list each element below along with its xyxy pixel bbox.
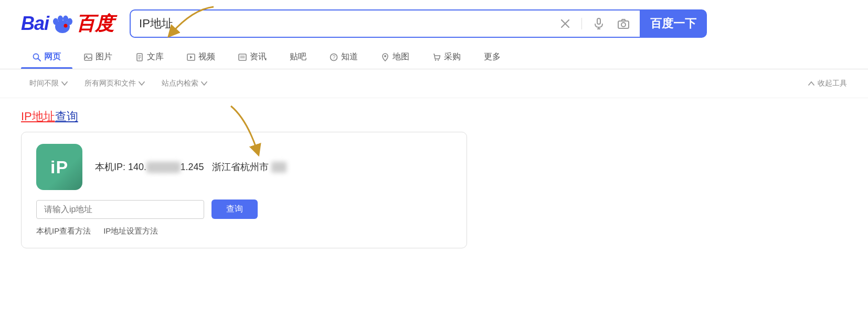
shop-tab-icon <box>432 53 441 61</box>
filter-time-label: 时间不限 <box>29 79 59 88</box>
svg-point-28 <box>384 55 386 57</box>
ip-partial: 1.245 <box>181 162 204 172</box>
camera-icon <box>618 18 629 29</box>
tab-zhidao-label: 知道 <box>341 51 358 62</box>
ip-logo: iP <box>36 144 82 190</box>
tab-more[interactable]: 更多 <box>472 45 512 69</box>
tab-doc[interactable]: 文库 <box>124 45 175 69</box>
doc-tab-icon <box>135 53 144 61</box>
tab-more-label: 更多 <box>484 51 501 62</box>
main-content: IP地址查询 iP 本机IP: 140.▓▓▓▓1.245 浙江省杭州市 tE … <box>0 98 682 259</box>
svg-point-2 <box>58 16 63 23</box>
news-tab-icon <box>238 53 247 61</box>
ip-card-header: iP 本机IP: 140.▓▓▓▓1.245 浙江省杭州市 tE <box>36 144 452 190</box>
svg-point-5 <box>64 24 68 28</box>
svg-rect-23 <box>239 54 246 60</box>
ip-blurred-middle: ▓▓▓▓ <box>146 162 181 173</box>
chevron-down-icon <box>61 81 68 86</box>
logo-bai-text: Bai <box>21 13 49 35</box>
video-tab-icon <box>187 53 195 61</box>
filter-site-label: 站点内检索 <box>162 79 198 88</box>
filter-type[interactable]: 所有网页和文件 <box>76 76 153 91</box>
svg-point-29 <box>435 59 436 60</box>
ip-info: 本机IP: 140.▓▓▓▓1.245 浙江省杭州市 tE <box>95 161 287 173</box>
tab-news[interactable]: 资讯 <box>227 45 278 69</box>
logo-paw-icon <box>49 10 76 37</box>
ip-view-method-link[interactable]: 本机IP查看方法 <box>36 226 91 236</box>
svg-point-4 <box>67 18 72 25</box>
svg-marker-22 <box>190 56 193 59</box>
tab-map[interactable]: 地图 <box>369 45 421 69</box>
ip-card: iP 本机IP: 140.▓▓▓▓1.245 浙江省杭州市 tE 查询 本机IP… <box>21 132 467 248</box>
chevron-up-icon <box>808 81 814 86</box>
filter-site[interactable]: 站点内检索 <box>153 76 216 91</box>
clear-button[interactable] <box>558 17 572 30</box>
svg-text:?: ? <box>333 55 336 60</box>
logo-baidu-chinese: 百度 <box>76 11 114 37</box>
search-tab-icon <box>33 53 41 61</box>
chevron-down-icon-2 <box>139 81 145 86</box>
svg-rect-8 <box>597 18 600 24</box>
tab-video-label: 视频 <box>198 51 215 62</box>
map-tab-icon <box>381 53 389 61</box>
tab-image[interactable]: 图片 <box>72 45 124 69</box>
header: Bai 百度 <box>0 0 868 45</box>
filter-time[interactable]: 时间不限 <box>21 76 76 91</box>
tab-webpage-label: 网页 <box>44 51 61 62</box>
tab-news-label: 资讯 <box>250 51 267 62</box>
ip-location: 浙江省杭州市 <box>212 162 269 172</box>
ip-label: 本机IP: 140. <box>95 162 146 172</box>
divider <box>581 18 582 29</box>
close-icon <box>560 19 570 28</box>
image-tab-icon <box>84 53 92 61</box>
filter-bar: 时间不限 所有网页和文件 站点内检索 收起工具 <box>0 69 868 98</box>
tab-map-label: 地图 <box>393 51 409 62</box>
ip-provider-blurred: tE <box>271 162 287 173</box>
search-button[interactable]: 百度一下 <box>640 9 707 38</box>
svg-line-14 <box>38 58 41 61</box>
ip-query-button[interactable]: 查询 <box>211 200 258 219</box>
chevron-down-icon-3 <box>201 81 207 86</box>
tab-image-label: 图片 <box>96 51 112 62</box>
question-tab-icon: ? <box>330 53 338 61</box>
tab-shop-label: 采购 <box>444 51 461 62</box>
svg-point-30 <box>438 59 439 60</box>
tab-video[interactable]: 视频 <box>175 45 227 69</box>
tab-zhidao[interactable]: ? 知道 <box>318 45 369 69</box>
nav-tabs: 网页 图片 文库 视频 资讯 <box>0 45 868 69</box>
result-title-link-blue[interactable]: 查询 <box>55 110 78 123</box>
ip-set-method-link[interactable]: IP地址设置方法 <box>103 226 158 236</box>
result-title: IP地址查询 <box>21 109 661 124</box>
svg-point-12 <box>621 23 626 27</box>
tab-shop[interactable]: 采购 <box>421 45 472 69</box>
ip-links: 本机IP查看方法 IP地址设置方法 <box>36 226 452 236</box>
ip-query-row: 查询 <box>36 200 452 219</box>
svg-point-1 <box>53 18 58 25</box>
camera-button[interactable] <box>616 16 631 31</box>
mic-button[interactable] <box>591 16 606 32</box>
search-box <box>130 9 640 38</box>
filter-type-label: 所有网页和文件 <box>84 79 136 88</box>
search-input[interactable] <box>139 17 553 30</box>
tab-webpage[interactable]: 网页 <box>21 45 72 69</box>
logo: Bai 百度 <box>21 10 114 37</box>
search-icon-group <box>558 16 631 32</box>
mic-icon <box>594 18 604 29</box>
tab-tieba[interactable]: 贴吧 <box>278 45 318 69</box>
tab-doc-label: 文库 <box>147 51 164 62</box>
filter-collapse[interactable]: 收起工具 <box>808 79 847 88</box>
tab-tieba-label: 贴吧 <box>290 51 306 62</box>
collapse-label: 收起工具 <box>818 79 847 88</box>
result-title-link-red[interactable]: IP地址 <box>21 110 55 123</box>
ip-logo-text: iP <box>50 157 68 177</box>
ip-query-input[interactable] <box>36 200 204 219</box>
